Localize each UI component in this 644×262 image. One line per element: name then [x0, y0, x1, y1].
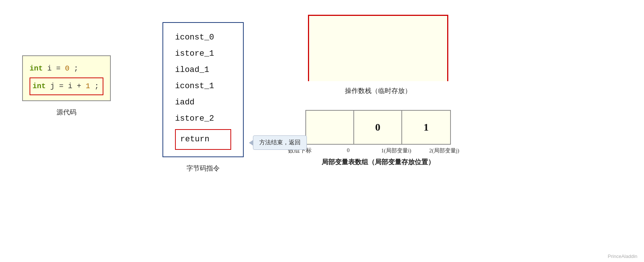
source-line-1: int i = 0 ; [30, 61, 103, 76]
source-code-box: int i = 0 ; int j = i + 1 ; [22, 55, 111, 101]
stack-box [308, 15, 448, 81]
lv-cell-0 [306, 111, 354, 144]
source-line-2-text: j = i + [50, 82, 86, 90]
bytecode-return: return [175, 129, 231, 150]
stack-section: 操作数栈（临时存放） [288, 15, 468, 95]
source-line-1-semi: ; [74, 64, 78, 73]
bytecode-iload1: iload_1 [175, 62, 231, 78]
lv-index-1: 1(局部变量i) [372, 147, 420, 154]
source-code-section: int i = 0 ; int j = i + 1 ; 源代码 [15, 55, 118, 117]
bytecode-istore1: istore_1 [175, 46, 231, 62]
lv-bottom-label: 局部变量表数组（局部变量存放位置） [322, 158, 435, 166]
bytecode-iconst0: iconst_0 [175, 30, 231, 46]
keyword-int-2: int [32, 82, 46, 90]
right-section: 操作数栈（临时存放） 0 1 数组下标 0 1(局部变量i) 2(局部变量j) … [288, 15, 468, 166]
lv-index-row: 数组下标 0 1(局部变量i) 2(局部变量j) [288, 147, 468, 155]
source-val-1: 1 [86, 82, 90, 90]
local-var-table: 0 1 [305, 110, 451, 145]
source-code-label: 源代码 [56, 108, 76, 117]
bytecode-label: 字节码指令 [186, 164, 220, 173]
bytecode-box: iconst_0 istore_1 iload_1 iconst_1 iadd … [162, 22, 244, 157]
source-line-1-text: i = [47, 64, 65, 73]
callout-return: 方法结束，返回 [253, 135, 307, 150]
source-line-2: int j = i + 1 ; [30, 77, 103, 95]
lv-index-0: 0 [324, 147, 372, 154]
bytecode-iadd: iadd [175, 94, 231, 111]
lv-row-wrapper: 0 1 [305, 110, 451, 145]
watermark: PrinceAladdin [608, 254, 637, 259]
lv-cell-2: 1 [402, 111, 450, 144]
source-val-0: 0 [65, 64, 69, 73]
lv-cell-1: 0 [354, 111, 402, 144]
bytecode-iconst1: iconst_1 [175, 78, 231, 94]
stack-label: 操作数栈（临时存放） [345, 86, 411, 95]
main-container: int i = 0 ; int j = i + 1 ; 源代码 iconst_0… [0, 0, 644, 262]
bytecode-istore2: istore_2 [175, 111, 231, 127]
lv-index-cells: 0 1(局部变量i) 2(局部变量j) [324, 147, 468, 154]
keyword-int-1: int [30, 64, 43, 73]
lv-index-2: 2(局部变量j) [420, 147, 468, 154]
local-var-section: 0 1 数组下标 0 1(局部变量i) 2(局部变量j) 局部变量表数组（局部变… [288, 110, 468, 166]
source-line-2-semi: ; [95, 82, 99, 90]
bytecode-section: iconst_0 istore_1 iload_1 iconst_1 iadd … [162, 22, 244, 173]
